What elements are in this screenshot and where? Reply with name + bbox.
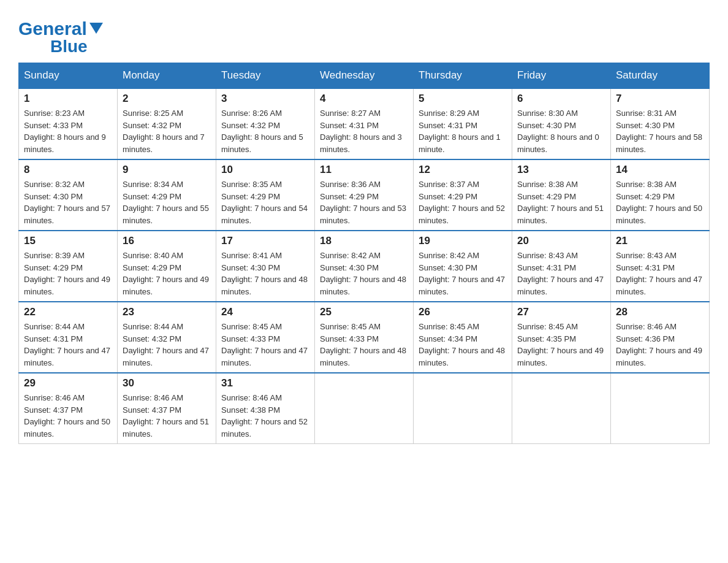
weekday-header-row: SundayMondayTuesdayWednesdayThursdayFrid… (19, 63, 710, 89)
day-number: 22 (24, 306, 112, 318)
calendar-table: SundayMondayTuesdayWednesdayThursdayFrid… (18, 63, 710, 444)
page-header: General Blue (18, 12, 710, 56)
day-number: 20 (517, 235, 605, 247)
calendar-cell: 16 Sunrise: 8:40 AMSunset: 4:29 PMDaylig… (118, 231, 216, 302)
day-info: Sunrise: 8:36 AMSunset: 4:29 PMDaylight:… (320, 178, 408, 226)
weekday-header-tuesday: Tuesday (216, 63, 315, 89)
day-info: Sunrise: 8:35 AMSunset: 4:29 PMDaylight:… (221, 178, 309, 226)
day-number: 18 (320, 235, 408, 247)
day-info: Sunrise: 8:31 AMSunset: 4:30 PMDaylight:… (616, 107, 704, 155)
day-info: Sunrise: 8:46 AMSunset: 4:38 PMDaylight:… (221, 392, 309, 440)
day-number: 1 (24, 93, 112, 105)
calendar-cell: 2 Sunrise: 8:25 AMSunset: 4:32 PMDayligh… (118, 88, 216, 159)
weekday-header-sunday: Sunday (19, 63, 118, 89)
calendar-cell: 1 Sunrise: 8:23 AMSunset: 4:33 PMDayligh… (19, 88, 118, 159)
calendar-cell (512, 373, 611, 444)
calendar-cell: 10 Sunrise: 8:35 AMSunset: 4:29 PMDaylig… (216, 159, 315, 231)
day-info: Sunrise: 8:42 AMSunset: 4:30 PMDaylight:… (320, 250, 408, 297)
day-number: 30 (123, 377, 211, 389)
calendar-cell (414, 373, 512, 444)
day-number: 29 (24, 377, 112, 389)
logo-arrow-icon (89, 23, 103, 36)
calendar-week-5: 29 Sunrise: 8:46 AMSunset: 4:37 PMDaylig… (19, 373, 710, 444)
day-number: 27 (517, 306, 605, 318)
logo-general-text: General (18, 18, 87, 39)
day-number: 31 (221, 377, 309, 389)
day-number: 15 (24, 235, 112, 247)
calendar-cell: 30 Sunrise: 8:46 AMSunset: 4:37 PMDaylig… (118, 373, 216, 444)
day-number: 16 (123, 235, 211, 247)
day-number: 26 (419, 306, 507, 318)
day-info: Sunrise: 8:38 AMSunset: 4:29 PMDaylight:… (517, 178, 605, 226)
calendar-cell: 27 Sunrise: 8:45 AMSunset: 4:35 PMDaylig… (512, 302, 611, 373)
day-number: 23 (123, 306, 211, 318)
day-number: 17 (221, 235, 309, 247)
day-info: Sunrise: 8:44 AMSunset: 4:31 PMDaylight:… (24, 321, 112, 369)
day-info: Sunrise: 8:37 AMSunset: 4:29 PMDaylight:… (419, 178, 507, 226)
day-number: 12 (419, 164, 507, 176)
day-number: 7 (616, 93, 704, 105)
day-info: Sunrise: 8:42 AMSunset: 4:30 PMDaylight:… (419, 250, 507, 297)
logo-blue-text: Blue (50, 37, 88, 56)
calendar-cell: 24 Sunrise: 8:45 AMSunset: 4:33 PMDaylig… (216, 302, 315, 373)
calendar-cell: 5 Sunrise: 8:29 AMSunset: 4:31 PMDayligh… (414, 88, 512, 159)
calendar-cell: 28 Sunrise: 8:46 AMSunset: 4:36 PMDaylig… (611, 302, 710, 373)
calendar-week-1: 1 Sunrise: 8:23 AMSunset: 4:33 PMDayligh… (19, 88, 710, 159)
day-info: Sunrise: 8:43 AMSunset: 4:31 PMDaylight:… (517, 250, 605, 297)
calendar-cell: 3 Sunrise: 8:26 AMSunset: 4:32 PMDayligh… (216, 88, 315, 159)
calendar-cell (611, 373, 710, 444)
calendar-cell: 23 Sunrise: 8:44 AMSunset: 4:32 PMDaylig… (118, 302, 216, 373)
calendar-cell: 7 Sunrise: 8:31 AMSunset: 4:30 PMDayligh… (611, 88, 710, 159)
day-number: 5 (419, 93, 507, 105)
day-info: Sunrise: 8:27 AMSunset: 4:31 PMDaylight:… (320, 107, 408, 155)
calendar-cell: 25 Sunrise: 8:45 AMSunset: 4:33 PMDaylig… (315, 302, 414, 373)
day-info: Sunrise: 8:41 AMSunset: 4:30 PMDaylight:… (221, 250, 309, 297)
calendar-cell: 31 Sunrise: 8:46 AMSunset: 4:38 PMDaylig… (216, 373, 315, 444)
calendar-cell: 15 Sunrise: 8:39 AMSunset: 4:29 PMDaylig… (19, 231, 118, 302)
calendar-cell: 19 Sunrise: 8:42 AMSunset: 4:30 PMDaylig… (414, 231, 512, 302)
day-info: Sunrise: 8:25 AMSunset: 4:32 PMDaylight:… (123, 107, 211, 155)
day-number: 9 (123, 164, 211, 176)
calendar-cell: 17 Sunrise: 8:41 AMSunset: 4:30 PMDaylig… (216, 231, 315, 302)
day-info: Sunrise: 8:40 AMSunset: 4:29 PMDaylight:… (123, 250, 211, 297)
calendar-cell: 26 Sunrise: 8:45 AMSunset: 4:34 PMDaylig… (414, 302, 512, 373)
day-info: Sunrise: 8:46 AMSunset: 4:37 PMDaylight:… (24, 392, 112, 440)
calendar-cell: 12 Sunrise: 8:37 AMSunset: 4:29 PMDaylig… (414, 159, 512, 231)
weekday-header-saturday: Saturday (611, 63, 710, 89)
calendar-week-3: 15 Sunrise: 8:39 AMSunset: 4:29 PMDaylig… (19, 231, 710, 302)
calendar-week-4: 22 Sunrise: 8:44 AMSunset: 4:31 PMDaylig… (19, 302, 710, 373)
calendar-cell: 20 Sunrise: 8:43 AMSunset: 4:31 PMDaylig… (512, 231, 611, 302)
day-number: 8 (24, 164, 112, 176)
day-number: 21 (616, 235, 704, 247)
calendar-cell: 18 Sunrise: 8:42 AMSunset: 4:30 PMDaylig… (315, 231, 414, 302)
day-number: 28 (616, 306, 704, 318)
day-number: 25 (320, 306, 408, 318)
calendar-cell: 4 Sunrise: 8:27 AMSunset: 4:31 PMDayligh… (315, 88, 414, 159)
weekday-header-monday: Monday (118, 63, 216, 89)
calendar-cell: 11 Sunrise: 8:36 AMSunset: 4:29 PMDaylig… (315, 159, 414, 231)
day-number: 24 (221, 306, 309, 318)
day-info: Sunrise: 8:44 AMSunset: 4:32 PMDaylight:… (123, 321, 211, 369)
day-number: 6 (517, 93, 605, 105)
calendar-week-2: 8 Sunrise: 8:32 AMSunset: 4:30 PMDayligh… (19, 159, 710, 231)
day-info: Sunrise: 8:45 AMSunset: 4:34 PMDaylight:… (419, 321, 507, 369)
day-number: 10 (221, 164, 309, 176)
day-info: Sunrise: 8:46 AMSunset: 4:37 PMDaylight:… (123, 392, 211, 440)
day-info: Sunrise: 8:43 AMSunset: 4:31 PMDaylight:… (616, 250, 704, 297)
calendar-cell: 22 Sunrise: 8:44 AMSunset: 4:31 PMDaylig… (19, 302, 118, 373)
day-number: 13 (517, 164, 605, 176)
day-number: 4 (320, 93, 408, 105)
calendar-cell (315, 373, 414, 444)
day-info: Sunrise: 8:45 AMSunset: 4:33 PMDaylight:… (320, 321, 408, 369)
day-info: Sunrise: 8:46 AMSunset: 4:36 PMDaylight:… (616, 321, 704, 369)
day-info: Sunrise: 8:30 AMSunset: 4:30 PMDaylight:… (517, 107, 605, 155)
calendar-cell: 6 Sunrise: 8:30 AMSunset: 4:30 PMDayligh… (512, 88, 611, 159)
day-number: 2 (123, 93, 211, 105)
day-info: Sunrise: 8:45 AMSunset: 4:35 PMDaylight:… (517, 321, 605, 369)
day-info: Sunrise: 8:26 AMSunset: 4:32 PMDaylight:… (221, 107, 309, 155)
weekday-header-friday: Friday (512, 63, 611, 89)
logo: General Blue (18, 18, 103, 56)
day-info: Sunrise: 8:32 AMSunset: 4:30 PMDaylight:… (24, 178, 112, 226)
calendar-cell: 21 Sunrise: 8:43 AMSunset: 4:31 PMDaylig… (611, 231, 710, 302)
calendar-cell: 9 Sunrise: 8:34 AMSunset: 4:29 PMDayligh… (118, 159, 216, 231)
